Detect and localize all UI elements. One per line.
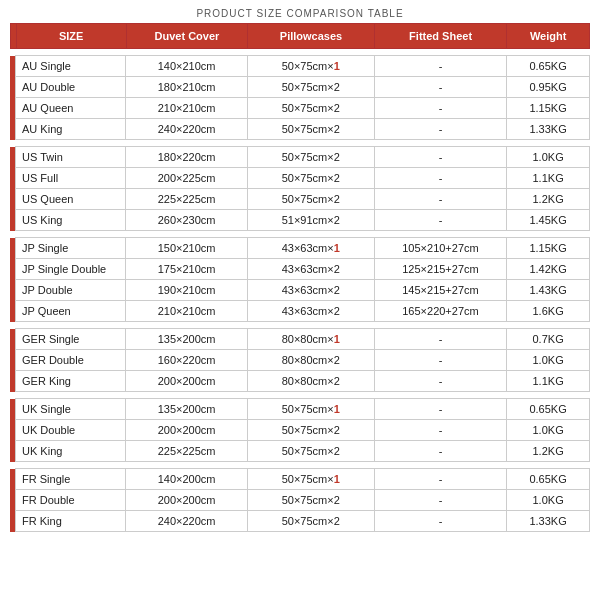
table-cell: 240×220cm bbox=[126, 511, 247, 532]
table-cell: 1.15KG bbox=[507, 238, 590, 259]
table-cell: 0.65KG bbox=[507, 56, 590, 77]
table-cell: - bbox=[374, 511, 506, 532]
table-cell: JP Queen bbox=[16, 301, 126, 322]
table-cell: 1.2KG bbox=[507, 189, 590, 210]
table-cell: 1.6KG bbox=[507, 301, 590, 322]
table-cell: 50×75cm×1 bbox=[247, 56, 374, 77]
table-row: UK Double200×200cm50×75cm×2-1.0KG bbox=[10, 420, 590, 441]
table-row: FR Single140×200cm50×75cm×1-0.65KG bbox=[10, 469, 590, 490]
table-cell: 1.0KG bbox=[507, 420, 590, 441]
table-cell: AU Double bbox=[16, 77, 126, 98]
table-cell: 50×75cm×1 bbox=[247, 469, 374, 490]
col-header-pillow: Pillowcases bbox=[248, 24, 375, 49]
table-cell: AU King bbox=[16, 119, 126, 140]
table-cell: 0.65KG bbox=[507, 399, 590, 420]
section-table-5: FR Single140×200cm50×75cm×1-0.65KGFR Dou… bbox=[10, 468, 590, 532]
table-cell: 1.43KG bbox=[507, 280, 590, 301]
table-cell: UK King bbox=[16, 441, 126, 462]
table-cell: 190×210cm bbox=[126, 280, 247, 301]
table-cell: JP Single bbox=[16, 238, 126, 259]
table-cell: 135×200cm bbox=[126, 329, 247, 350]
table-cell: 80×80cm×1 bbox=[247, 329, 374, 350]
table-cell: UK Single bbox=[16, 399, 126, 420]
table-cell: 1.2KG bbox=[507, 441, 590, 462]
table-cell: - bbox=[374, 399, 506, 420]
table-cell: 140×210cm bbox=[126, 56, 247, 77]
table-cell: - bbox=[374, 350, 506, 371]
section-table-4: UK Single135×200cm50×75cm×1-0.65KGUK Dou… bbox=[10, 398, 590, 462]
table-cell: 0.95KG bbox=[507, 77, 590, 98]
table-sections: AU Single140×210cm50×75cm×1-0.65KGAU Dou… bbox=[10, 49, 590, 532]
table-row: AU King240×220cm50×75cm×2-1.33KG bbox=[10, 119, 590, 140]
table-cell: - bbox=[374, 147, 506, 168]
section-table-3: GER Single135×200cm80×80cm×1-0.7KGGER Do… bbox=[10, 328, 590, 392]
table-cell: 200×225cm bbox=[126, 168, 247, 189]
table-cell: GER Single bbox=[16, 329, 126, 350]
table-cell: 105×210+27cm bbox=[374, 238, 506, 259]
table-cell: 210×210cm bbox=[126, 301, 247, 322]
table-cell: 1.15KG bbox=[507, 98, 590, 119]
table-cell: US King bbox=[16, 210, 126, 231]
table-cell: - bbox=[374, 56, 506, 77]
table-cell: - bbox=[374, 98, 506, 119]
table-cell: - bbox=[374, 420, 506, 441]
table-cell: - bbox=[374, 210, 506, 231]
table-cell: - bbox=[374, 168, 506, 189]
section-table-1: US Twin180×220cm50×75cm×2-1.0KGUS Full20… bbox=[10, 146, 590, 231]
table-header: SIZE Duvet Cover Pillowcases Fitted Shee… bbox=[11, 24, 590, 49]
table-cell: FR King bbox=[16, 511, 126, 532]
col-header-weight: Weight bbox=[507, 24, 590, 49]
table-row: UK Single135×200cm50×75cm×1-0.65KG bbox=[10, 399, 590, 420]
table-cell: 140×200cm bbox=[126, 469, 247, 490]
table-cell: 160×220cm bbox=[126, 350, 247, 371]
table-row: AU Single140×210cm50×75cm×1-0.65KG bbox=[10, 56, 590, 77]
table-cell: 180×220cm bbox=[126, 147, 247, 168]
table-cell: 165×220+27cm bbox=[374, 301, 506, 322]
table-cell: GER King bbox=[16, 371, 126, 392]
table-cell: 225×225cm bbox=[126, 189, 247, 210]
table-cell: 0.65KG bbox=[507, 469, 590, 490]
col-header-size: SIZE bbox=[16, 24, 126, 49]
table-cell: 43×63cm×2 bbox=[247, 301, 374, 322]
table-cell: 200×200cm bbox=[126, 420, 247, 441]
section-table-2: JP Single150×210cm43×63cm×1105×210+27cm1… bbox=[10, 237, 590, 322]
table-cell: US Full bbox=[16, 168, 126, 189]
table-cell: 50×75cm×2 bbox=[247, 168, 374, 189]
table-cell: 50×75cm×1 bbox=[247, 399, 374, 420]
table-row: UK King225×225cm50×75cm×2-1.2KG bbox=[10, 441, 590, 462]
table-cell: 50×75cm×2 bbox=[247, 147, 374, 168]
table-cell: 1.1KG bbox=[507, 168, 590, 189]
col-header-fitted: Fitted Sheet bbox=[374, 24, 506, 49]
table-cell: 50×75cm×2 bbox=[247, 189, 374, 210]
table-row: GER King200×200cm80×80cm×2-1.1KG bbox=[10, 371, 590, 392]
table-cell: UK Double bbox=[16, 420, 126, 441]
table-cell: - bbox=[374, 371, 506, 392]
comparison-table-container: SIZE Duvet Cover Pillowcases Fitted Shee… bbox=[10, 23, 590, 532]
table-cell: 175×210cm bbox=[126, 259, 247, 280]
table-cell: 180×210cm bbox=[126, 77, 247, 98]
table-cell: - bbox=[374, 119, 506, 140]
table-cell: JP Double bbox=[16, 280, 126, 301]
table-cell: 1.33KG bbox=[507, 119, 590, 140]
page-title: PRODUCT SIZE COMPARISON TABLE bbox=[0, 0, 600, 23]
table-row: US Twin180×220cm50×75cm×2-1.0KG bbox=[10, 147, 590, 168]
table-cell: AU Single bbox=[16, 56, 126, 77]
table-cell: - bbox=[374, 329, 506, 350]
table-cell: FR Double bbox=[16, 490, 126, 511]
table-cell: 43×63cm×2 bbox=[247, 259, 374, 280]
table-cell: 1.45KG bbox=[507, 210, 590, 231]
table-cell: - bbox=[374, 441, 506, 462]
table-cell: 1.0KG bbox=[507, 147, 590, 168]
table-row: US King260×230cm51×91cm×2-1.45KG bbox=[10, 210, 590, 231]
table-cell: 50×75cm×2 bbox=[247, 119, 374, 140]
table-row: US Full200×225cm50×75cm×2-1.1KG bbox=[10, 168, 590, 189]
table-cell: 50×75cm×2 bbox=[247, 98, 374, 119]
table-cell: 200×200cm bbox=[126, 371, 247, 392]
table-cell: 135×200cm bbox=[126, 399, 247, 420]
table-cell: 51×91cm×2 bbox=[247, 210, 374, 231]
table-cell: - bbox=[374, 490, 506, 511]
table-cell: - bbox=[374, 469, 506, 490]
table-cell: 0.7KG bbox=[507, 329, 590, 350]
table-cell: 50×75cm×2 bbox=[247, 441, 374, 462]
table-cell: 43×63cm×2 bbox=[247, 280, 374, 301]
